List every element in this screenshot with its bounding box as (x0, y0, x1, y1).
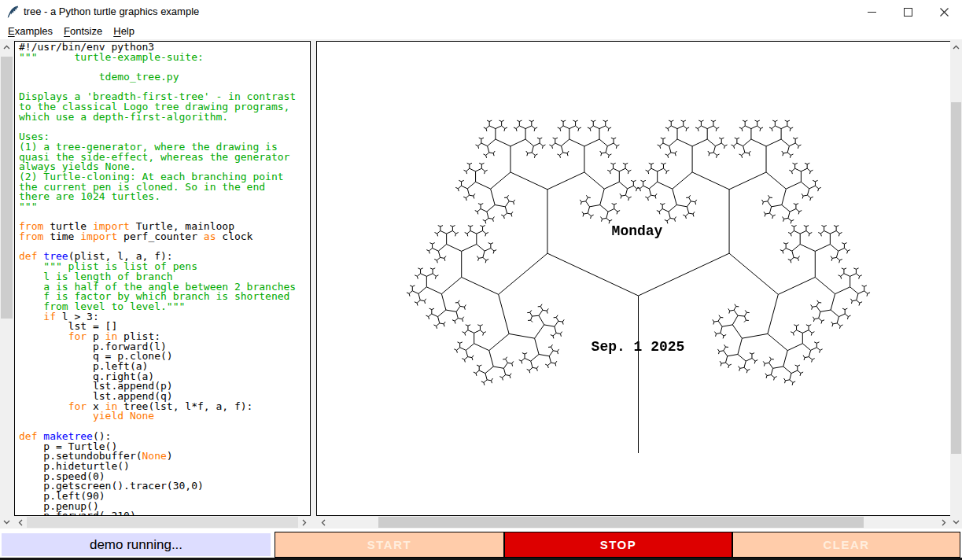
canvas-horizontal-scrollbar[interactable] (317, 516, 950, 529)
code-hscroll-thumb[interactable] (27, 517, 298, 528)
minimize-button[interactable] (853, 0, 890, 24)
code-text: #!/usr/bin/env python3""" turtle-example… (19, 42, 296, 516)
canvas-vertical-scrollbar[interactable] (950, 41, 962, 529)
maximize-icon (904, 8, 912, 17)
scroll-up-icon[interactable] (0, 41, 13, 53)
stop-button[interactable]: STOP (504, 532, 732, 558)
bottom-bar: demo running... START STOP CLEAR (0, 529, 962, 560)
maximize-button[interactable] (890, 0, 926, 24)
window-title: tree - a Python turtle graphics example (24, 0, 199, 24)
canvas-pane (316, 41, 950, 516)
close-button[interactable] (926, 0, 962, 24)
close-icon (940, 8, 949, 17)
code-vertical-scrollbar[interactable] (0, 41, 13, 529)
menu-item-examples[interactable]: Examples (2, 24, 58, 39)
minimize-icon (868, 12, 876, 13)
scroll-right-icon[interactable] (298, 516, 311, 529)
menu-item-help[interactable]: Help (108, 24, 140, 39)
scroll-up-icon[interactable] (950, 41, 962, 53)
scroll-down-icon[interactable] (950, 516, 962, 529)
status-label: demo running... (2, 533, 271, 556)
menu-item-fontsize[interactable]: Fontsize (58, 24, 108, 39)
code-vscroll-thumb[interactable] (1, 57, 13, 319)
scroll-left-icon[interactable] (317, 516, 330, 529)
clear-button[interactable]: CLEAR (732, 532, 960, 558)
turtle-canvas[interactable] (317, 42, 949, 515)
canvas-hscroll-thumb[interactable] (378, 517, 864, 528)
scroll-right-icon[interactable] (938, 516, 950, 529)
canvas-vscroll-thumb[interactable] (951, 102, 961, 454)
menu-bar: ExamplesFontsizeHelp (0, 24, 962, 39)
scroll-down-icon[interactable] (0, 516, 13, 529)
start-button[interactable]: START (275, 532, 504, 558)
scroll-left-icon[interactable] (14, 516, 27, 529)
python-feather-icon (7, 6, 19, 18)
main-area: #!/usr/bin/env python3""" turtle-example… (0, 39, 962, 529)
code-horizontal-scrollbar[interactable] (14, 516, 311, 529)
title-bar: tree - a Python turtle graphics example (0, 0, 962, 24)
code-editor[interactable]: #!/usr/bin/env python3""" turtle-example… (14, 41, 311, 516)
